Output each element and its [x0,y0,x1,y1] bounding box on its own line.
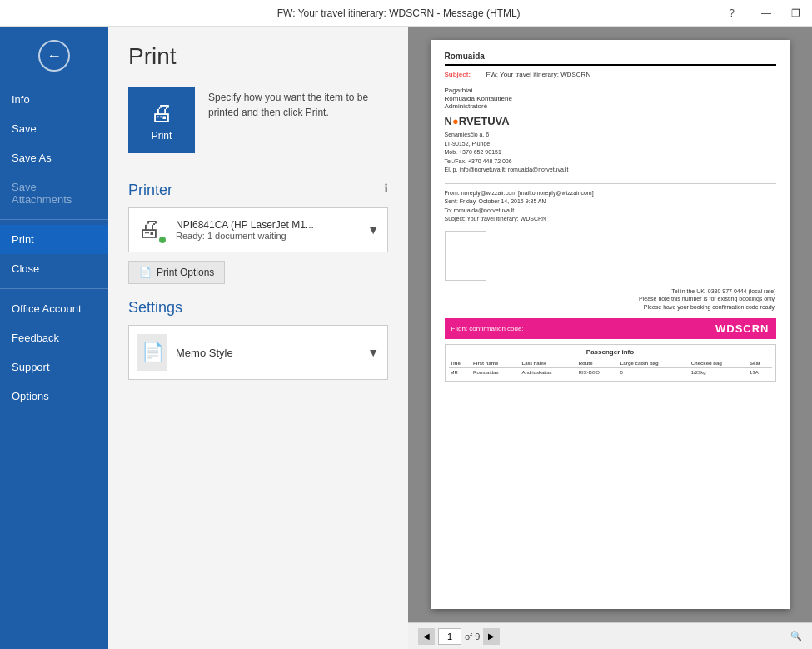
sidebar-item-save[interactable]: Save [0,114,108,143]
preview-page: Romuaida Subject: FW: Your travel itiner… [431,40,790,609]
sidebar-item-print[interactable]: Print [0,225,108,254]
page-total: of 9 [465,632,480,642]
company-mob: Mob. +370 652 90151 [445,148,776,157]
sidebar-item-options[interactable]: Options [0,382,108,411]
sidebar-divider-2 [0,288,108,289]
uk-phone-line2: Please note this number is for existing … [445,295,776,303]
print-area: Print 🖨 Print Specify how you want the i… [108,27,812,649]
pax-lastname: Andriuskaitas [521,367,577,377]
to-line: To: romuaida@norvetuva.lt [445,207,776,216]
sender-fullname: Romuaida Kontautienė [445,95,776,102]
pax-cabin-bag: 0 [619,367,690,377]
print-button-label: Print [152,130,172,142]
preview-footer: ◀ of 9 ▶ 🔍 [408,622,812,649]
logo-placeholder-box [445,231,486,281]
company-logo: N●RVETUVA [445,115,510,127]
settings-section-title: Settings [128,299,388,317]
email-divider [445,64,776,66]
flight-conf-code: WDSCRN [715,322,770,335]
sidebar-divider-1 [0,219,108,220]
sidebar: ← Info Save Save As Save Attachments Pri… [0,27,108,649]
passenger-table: Title First name Last name Route Large c… [449,359,772,377]
prev-page-button[interactable]: ◀ [418,628,435,645]
col-checked-bag: Checked bag [690,359,748,368]
pax-table-row: MR Romuaidas Andriuskaitas RIX-BGO 0 1/2… [449,367,772,377]
title-bar: FW: Your travel itinerary: WDSCRN - Mess… [0,0,812,27]
pax-title: MR [449,367,472,377]
printer-icon-area: 🖨 [137,215,167,245]
printer-status: Ready: 1 document waiting [176,231,359,241]
print-top-section: 🖨 Print Specify how you want the item to… [128,87,388,167]
printer-section-title: Printer [128,182,388,199]
help-button[interactable]: ? [724,6,740,21]
subject-label: Subject: [445,71,486,78]
print-options-button[interactable]: 📄 Print Options [128,261,225,284]
from-line: From: noreply@wizzair.com [mailto:norepl… [445,189,776,198]
company-section: Pagarbiai Romuaida Kontautienė Administr… [445,87,776,175]
info-icon[interactable]: ℹ [384,182,388,195]
pax-seat: 13A [748,367,771,377]
uk-phone-line3: Please have your booking confirmation co… [445,303,776,312]
pax-firstname: Romuaidas [471,367,520,377]
sender-title: Administratorė [445,102,776,110]
passenger-table-title: Passenger info [449,348,772,356]
memo-icon: 📄 [137,334,167,371]
sent-line: Sent: Friday, October 14, 2016 9:35 AM [445,197,776,207]
zoom-button[interactable]: 🔍 [790,631,802,642]
flight-conf-label: Flight confirmation code: [451,325,524,332]
uk-phone-info: Tel in the UK: 0330 977 0444 (local rate… [445,287,776,312]
col-route: Route [577,359,619,368]
company-fax: Tel./Fax. +370 448 72 006 [445,157,776,167]
company-logo-area: N●RVETUVA [445,115,776,127]
col-lastname: Last name [521,359,577,368]
from-section: From: noreply@wizzair.com [mailto:norepl… [445,183,776,224]
col-title: Title [449,359,472,368]
memo-style-label: Memo Style [176,347,233,359]
subject-line2: Subject: Your travel itinerary: WDSCRN [445,215,776,224]
subject-value: FW: Your travel itinerary: WDSCRN [486,71,591,78]
minimize-button[interactable]: — [756,6,776,21]
back-button[interactable]: ← [38,40,70,72]
sidebar-item-office-account[interactable]: Office Account [0,294,108,323]
sidebar-item-save-attachments: Save Attachments [0,172,108,214]
print-options-label: Print Options [157,267,214,278]
page-number-input[interactable] [438,628,461,645]
printer-section: ℹ Printer [128,182,388,199]
flight-confirmation-bar: Flight confirmation code: WDSCRN [445,318,776,339]
back-arrow-icon: ← [47,47,62,65]
print-title: Print [128,43,388,70]
print-large-button[interactable]: 🖨 Print [128,87,195,153]
print-options-doc-icon: 📄 [139,267,152,278]
sidebar-item-save-as[interactable]: Save As [0,143,108,172]
sidebar-item-support[interactable]: Support [0,352,108,382]
settings-box[interactable]: 📄 Memo Style ▼ [128,325,388,380]
passenger-table-container: Passenger info Title First name Last nam… [445,344,776,382]
printer-dropdown-arrow[interactable]: ▼ [367,223,379,237]
back-button-area[interactable]: ← [0,27,108,78]
next-page-button[interactable]: ▶ [483,628,500,645]
sidebar-item-feedback[interactable]: Feedback [0,323,108,352]
printer-large-icon: 🖨 [150,99,173,127]
company-address: Senamiesčio a. 6 [445,131,776,140]
printer-info: NPI6841CA (HP LaserJet M1... Ready: 1 do… [176,219,359,241]
settings-dropdown-arrow[interactable]: ▼ [367,346,379,359]
greeting: Pagarbiai [445,87,776,94]
sidebar-item-close[interactable]: Close [0,254,108,283]
window-title: FW: Your travel itinerary: WDSCRN - Mess… [73,7,724,19]
preview-area: Romuaida Subject: FW: Your travel itiner… [408,27,812,649]
pax-checked-bag: 1/23kg [690,367,748,377]
company-city: LT-90152, Plungė [445,140,776,149]
restore-button[interactable]: ❐ [786,6,805,21]
uk-phone-line1: Tel in the UK: 0330 977 0444 (local rate… [445,287,776,296]
sidebar-item-info[interactable]: Info [0,85,108,114]
printer-status-dot [157,235,167,245]
printer-box[interactable]: 🖨 NPI6841CA (HP LaserJet M1... Ready: 1 … [128,207,388,252]
email-sender-name: Romuaida [445,52,776,61]
company-email: El. p. info@norvetuva.lt; romuaida@norve… [445,166,776,175]
page-navigation: ◀ of 9 ▶ [418,628,500,645]
subject-field: Subject: FW: Your travel itinerary: WDSC… [445,71,776,78]
main-content: Print 🖨 Print Specify how you want the i… [108,27,812,649]
col-cabin-bag: Large cabin bag [619,359,690,368]
email-preview-content: Romuaida Subject: FW: Your travel itiner… [431,40,790,393]
print-description: Specify how you want the item to be prin… [208,87,388,120]
